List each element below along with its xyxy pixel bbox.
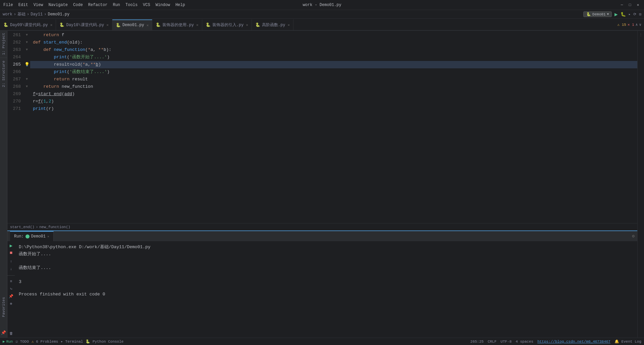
wrap-btn[interactable]: ⤷ [8, 286, 14, 292]
external-link[interactable]: https://blog.csdn.net/m0_46738467 [537, 340, 610, 344]
debug-button[interactable]: 🐛 [621, 12, 626, 17]
fold-icon-261[interactable]: ▼ [26, 31, 28, 39]
tab-day10[interactable]: 🐍 Day10\课堂代码.py ✕ [56, 19, 112, 30]
maximize-button[interactable]: □ [627, 2, 633, 8]
favorites-panel-btn[interactable]: Favorites [0, 295, 7, 319]
output-line-1: 函数开始了.... [19, 251, 633, 258]
run-tab-dot [25, 234, 30, 238]
breadcrumb-new-function[interactable]: new_function() [39, 225, 70, 229]
warning-count[interactable]: ⚠ 15 [617, 22, 626, 27]
scroll-end-button[interactable]: ↑ [8, 259, 14, 265]
close-button[interactable]: ✕ [635, 2, 641, 8]
menu-tools[interactable]: Tools [125, 3, 138, 7]
menu-edit[interactable]: Edit [18, 3, 28, 7]
tab-label: 高阶函数.py [262, 22, 285, 28]
breadcrumb-day11[interactable]: Day11 [31, 12, 43, 17]
right-sidebar-icon1[interactable]: ⋮ [638, 32, 643, 38]
menu-help[interactable]: Help [175, 3, 185, 7]
menu-file[interactable]: File [3, 3, 13, 7]
rerun-button[interactable]: ▶ [8, 243, 14, 249]
tab-close-icon[interactable]: ✕ [287, 23, 290, 27]
run-status-btn[interactable]: ▶ Run [3, 339, 13, 344]
fold-icon-267[interactable]: ▼ [26, 76, 28, 83]
breadcrumb-sep: › [36, 225, 38, 229]
code-line-264: print('函数开始了....') [30, 54, 637, 61]
run-button[interactable]: ▶ [614, 11, 618, 18]
tab-decorator-use[interactable]: 🐍 装饰器的使用.py ✕ [152, 19, 202, 30]
tab-close-icon[interactable]: ✕ [246, 23, 248, 27]
run-tab[interactable]: Run: Demo01 ✕ [10, 231, 54, 241]
tab-close-icon[interactable]: ✕ [147, 23, 149, 27]
fold-icon-268[interactable]: ▼ [26, 83, 28, 90]
problems-btn[interactable]: ⚠ 6 Problems [32, 339, 58, 344]
editor-container: 261 262 263 264 265 266 267 268 269 270 … [7, 31, 637, 338]
run-tab-close[interactable]: ✕ [47, 234, 49, 238]
run-config-label: Demo01 [592, 12, 606, 16]
line-ending[interactable]: CRLF [488, 340, 496, 344]
ln-261: 261 [9, 31, 21, 39]
pin-icon[interactable]: 📌 [0, 329, 7, 336]
tab-higher-order[interactable]: 🐍 高阶函数.py ✕ [252, 19, 293, 30]
breadcrumb-work[interactable]: work [3, 12, 12, 17]
format-btn[interactable]: ≡ [8, 278, 14, 284]
ln-270: 270 [9, 98, 21, 105]
indent-setting[interactable]: 4 spaces [516, 340, 533, 344]
cursor-position[interactable]: 265:25 [470, 340, 484, 344]
run-config-dropdown: ▼ [607, 13, 609, 16]
run-config-button[interactable]: 🐍 Demo01 ▼ [583, 11, 612, 17]
editor-area[interactable]: 261 262 263 264 265 266 267 268 269 270 … [7, 31, 637, 223]
left-panel-btn1[interactable]: 1: Project [0, 31, 7, 57]
tab-close-icon[interactable]: ✕ [106, 23, 109, 27]
ln-266: 266 [9, 68, 21, 76]
code-content[interactable]: return f def start_end(old): def new_fun… [30, 31, 637, 223]
menu-view[interactable]: View [34, 3, 43, 7]
menu-code[interactable]: Code [73, 3, 83, 7]
menu-vcs[interactable]: VCS [143, 3, 150, 7]
pin-output-btn[interactable]: 📌 [8, 293, 14, 299]
menu-refactor[interactable]: Refactor [88, 3, 108, 7]
stop-button[interactable]: ■ [8, 250, 14, 256]
tab-demo01[interactable]: 🐍 Demo01.py ✕ [112, 19, 152, 30]
fold-icon-262[interactable]: ▼ [26, 39, 28, 46]
run-panel-content: ▶ ■ ↑ ↓ ≡ ⤷ 📌 ⊕ 🗑 D:\Python38\python.exe… [7, 241, 637, 338]
more-run-options[interactable]: ▸ [629, 12, 631, 16]
python-console-btn[interactable]: 🐍 Python Console [86, 339, 123, 344]
event-log-btn[interactable]: 🔔 Event Log [614, 339, 641, 344]
tab-decorator-intro[interactable]: 🐍 装饰器的引入.py ✕ [202, 19, 252, 30]
navigate-up[interactable]: ∧ [636, 22, 638, 27]
cmd-line: D:\Python38\python.exe D:/work/基础/Day11/… [19, 244, 633, 251]
tab-close-icon[interactable]: ✕ [196, 23, 199, 27]
todo-btn[interactable]: ☑ TODO [15, 339, 29, 344]
filter-btn[interactable]: ⊕ [8, 300, 14, 306]
scroll-start-button[interactable]: ↓ [8, 266, 14, 272]
panel-settings-btn[interactable]: ⚙ [632, 233, 635, 239]
code-line-265: result=old(*a,**b) [30, 61, 637, 68]
breadcrumb-file[interactable]: Demo01.py [48, 12, 69, 17]
terminal-btn[interactable]: ▸ Terminal [61, 339, 83, 344]
tab-label: Day10\课堂代码.py [66, 22, 104, 28]
tab-close-icon[interactable]: ✕ [50, 23, 53, 27]
minimize-button[interactable]: ─ [619, 2, 625, 8]
menu-window[interactable]: Window [156, 3, 170, 7]
breadcrumb-start-end[interactable]: start_end() [10, 225, 35, 229]
gutter-270 [23, 98, 30, 105]
navigate-down[interactable]: ∨ [639, 22, 641, 27]
breadcrumb-basics[interactable]: 基础 [17, 11, 25, 17]
gutter-271 [23, 105, 30, 113]
code-line-263: def new_function(*a, **b): [30, 46, 637, 54]
tab-day09[interactable]: 🐍 Day09\课堂代码.py ✕ [0, 19, 56, 30]
tab-icon: 🐍 [59, 22, 64, 27]
ln-269: 269 [9, 90, 21, 98]
structure-panel-btn[interactable]: 2: Structure [0, 59, 7, 89]
toolbar-icon2[interactable]: ⊡ [639, 12, 641, 16]
clear-btn[interactable]: 🗑 [8, 330, 14, 336]
event-log-icon: 🔔 [614, 340, 619, 344]
main-area: 1: Project 2: Structure Favorites 📌 261 … [0, 31, 644, 338]
tab-icon: 🐍 [255, 22, 260, 27]
encoding[interactable]: UTF-8 [500, 340, 512, 344]
menu-run[interactable]: Run [113, 3, 120, 7]
error-count[interactable]: ✕ 1 [628, 22, 634, 27]
toolbar-icon1[interactable]: ⟳ [633, 12, 636, 16]
fold-icon-263[interactable]: ▼ [26, 46, 28, 54]
menu-navigate[interactable]: Navigate [48, 3, 68, 7]
